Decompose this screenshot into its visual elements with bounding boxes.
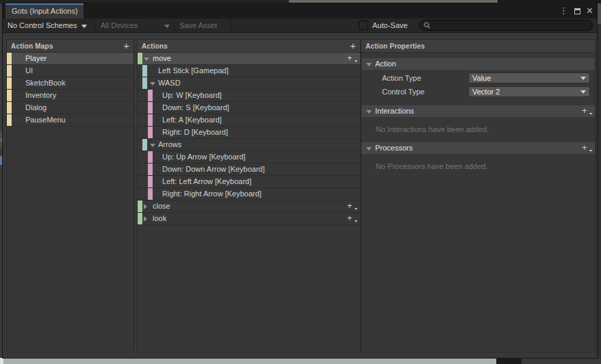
add-action-map-button[interactable]: + — [123, 41, 129, 51]
row-color-strip — [148, 151, 153, 163]
auto-save-checkbox[interactable] — [359, 21, 368, 30]
row-label: Left: A [Keyboard] — [138, 114, 360, 126]
foldout-triangle-icon — [366, 147, 372, 151]
action-map-label: UI — [7, 65, 133, 77]
map-color-strip — [7, 65, 12, 77]
close-icon[interactable]: × — [587, 3, 593, 18]
action-properties-title: Action Properties — [366, 42, 425, 50]
action-map-row[interactable]: Player — [7, 53, 133, 65]
add-interaction-button[interactable]: + — [582, 106, 591, 116]
add-binding-button[interactable]: + — [347, 201, 357, 211]
window-menu-icon[interactable]: ⋮ — [559, 3, 568, 18]
row-color-strip — [148, 114, 153, 126]
action-section-bar[interactable]: Action — [361, 58, 595, 70]
tab-input-actions[interactable]: Gots (Input Actions) — [5, 3, 84, 18]
composite-row[interactable]: Arrows — [138, 139, 360, 151]
save-asset-button[interactable]: Save Asset — [179, 18, 217, 32]
row-color-strip — [148, 90, 153, 101]
binding-row[interactable]: Up: Up Arrow [Keyboard] — [138, 151, 360, 164]
input-actions-window: Gots (Input Actions) ⋮ × No Control Sche… — [3, 3, 597, 358]
maximize-icon[interactable] — [574, 8, 580, 14]
action-map-row[interactable]: PauseMenu — [7, 114, 133, 127]
foldout-triangle-icon — [366, 63, 372, 66]
toolbar: No Control Schemes All Devices Save Asse… — [3, 18, 597, 33]
binding-row[interactable]: Down: S [Keyboard] — [138, 102, 360, 114]
row-label: WASD — [138, 77, 360, 89]
row-label: Left Stick [Gamepad] — [138, 65, 360, 77]
action-maps-list: PlayerUISketchBookInventoryDialogPauseMe… — [7, 53, 133, 127]
search-field[interactable] — [419, 20, 593, 31]
action-map-row[interactable]: SketchBook — [7, 77, 133, 90]
screen: al Gots (Input Actions) ⋮ × No Control S… — [0, 0, 601, 364]
foldout-triangle-icon[interactable] — [144, 57, 149, 61]
row-label: close — [138, 200, 360, 212]
action-map-label: SketchBook — [7, 77, 133, 89]
action-map-row[interactable]: UI — [7, 65, 133, 77]
bg-bottom-gray — [522, 358, 601, 364]
row-color-strip — [142, 77, 147, 89]
binding-row[interactable]: Up: W [Keyboard] — [138, 90, 360, 102]
control-schemes-dropdown[interactable]: No Control Schemes — [8, 18, 87, 32]
add-processor-button[interactable]: + — [582, 143, 591, 153]
action-row[interactable]: close+ — [138, 200, 360, 213]
action-maps-title: Action Maps — [11, 42, 53, 50]
actions-tree: move+Left Stick [Gamepad]WASDUp: W [Keyb… — [138, 53, 360, 225]
processors-section-bar[interactable]: Processors + — [361, 142, 595, 154]
row-color-strip — [148, 127, 153, 138]
control-type-dropdown[interactable]: Vector 2 — [468, 86, 590, 97]
row-label: Right: D [Keyboard] — [138, 127, 360, 138]
interactions-empty-text: No Interactions have been added. — [361, 124, 595, 135]
row-color-strip — [138, 53, 142, 64]
map-color-strip — [7, 53, 12, 64]
foldout-triangle-icon[interactable] — [144, 204, 147, 209]
action-map-label: Inventory — [7, 90, 133, 101]
add-binding-button[interactable]: + — [347, 53, 357, 64]
binding-row[interactable]: Left: A [Keyboard] — [138, 114, 360, 127]
toolbar-separator — [174, 20, 175, 31]
map-color-strip — [7, 114, 12, 126]
row-color-strip — [148, 188, 153, 200]
control-schemes-label: No Control Schemes — [8, 21, 77, 29]
action-type-label: Action Type — [361, 74, 468, 82]
row-color-strip — [142, 139, 147, 151]
binding-row[interactable]: Left: Left Arrow [Keyboard] — [138, 176, 360, 188]
binding-row[interactable]: Right: Right Arrow [Keyboard] — [138, 188, 360, 200]
add-action-button[interactable]: + — [350, 41, 356, 51]
action-map-row[interactable]: Inventory — [7, 90, 133, 102]
action-type-dropdown[interactable]: Value — [468, 73, 590, 83]
foldout-triangle-icon[interactable] — [144, 216, 147, 222]
foldout-triangle-icon[interactable] — [150, 144, 155, 147]
action-map-row[interactable]: Dialog — [7, 102, 133, 114]
toolbar-separator — [95, 20, 96, 31]
processors-section-title: Processors — [375, 142, 413, 153]
row-color-strip — [148, 176, 153, 187]
action-map-label: Player — [7, 53, 133, 64]
action-row[interactable]: move+ — [138, 53, 360, 65]
action-type-row: Action Type Value — [361, 73, 595, 83]
binding-row[interactable]: Right: D [Keyboard] — [138, 127, 360, 139]
action-section-title: Action — [375, 58, 396, 69]
action-maps-panel: Action Maps + PlayerUISketchBookInventor… — [6, 39, 134, 352]
chevron-down-icon — [164, 25, 170, 28]
toolbar-separator — [231, 20, 231, 31]
row-color-strip — [142, 65, 147, 77]
actions-header: Actions + — [138, 40, 360, 53]
row-color-strip — [138, 213, 142, 224]
action-row[interactable]: look+ — [138, 213, 360, 225]
row-label: Arrows — [138, 139, 360, 151]
interactions-section-bar[interactable]: Interactions + — [361, 105, 595, 117]
add-binding-button[interactable]: + — [347, 213, 357, 224]
row-label: Up: Up Arrow [Keyboard] — [138, 151, 360, 163]
binding-row[interactable]: Down: Down Arrow [Keyboard] — [138, 164, 360, 176]
row-label: Left: Left Arrow [Keyboard] — [138, 176, 360, 187]
search-input[interactable] — [433, 21, 584, 29]
search-icon — [424, 22, 431, 29]
bg-bottom-light — [3, 358, 496, 364]
row-label: Down: Down Arrow [Keyboard] — [138, 164, 360, 175]
devices-dropdown[interactable]: All Devices — [101, 18, 138, 32]
map-color-strip — [7, 90, 12, 101]
interactions-section-title: Interactions — [375, 105, 414, 116]
binding-row[interactable]: Left Stick [Gamepad] — [138, 65, 360, 77]
foldout-triangle-icon[interactable] — [150, 82, 155, 86]
composite-row[interactable]: WASD — [138, 77, 360, 90]
